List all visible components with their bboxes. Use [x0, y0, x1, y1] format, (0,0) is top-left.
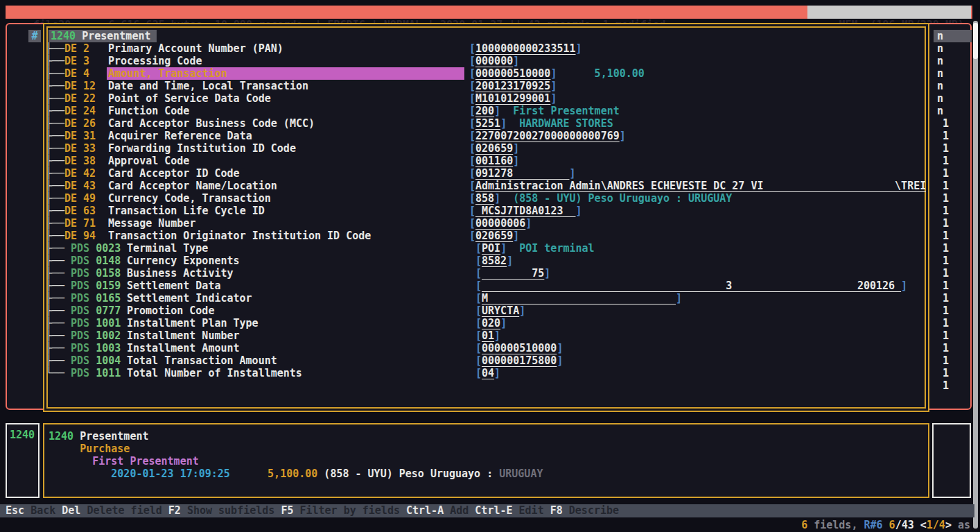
- field-row-pds-0023[interactable]: ├──PDS 0023Terminal Type[POI] POI termin…: [0, 242, 980, 255]
- field-row-de-12[interactable]: ├──DE 12Date and Time, Local Transaction…: [0, 80, 980, 92]
- field-value[interactable]: 091278: [475, 167, 569, 180]
- field-row-de-71[interactable]: ├──DE 71Message Number[00000006]: [0, 217, 980, 230]
- field-row-pds-0148[interactable]: ├──PDS 0148Currency Exponents[8582]: [0, 255, 980, 267]
- field-row-de-31[interactable]: ├──DE 31Acquirer Reference Data[22700720…: [0, 130, 980, 142]
- field-value-wrap[interactable]: [URYCTA]: [475, 304, 926, 317]
- field-row-de-22[interactable]: ├──DE 22Point of Service Data Code[M1010…: [0, 92, 980, 105]
- status-item-f5[interactable]: F5 Filter by fields: [281, 504, 406, 517]
- field-value-wrap[interactable]: [091278 ]: [469, 167, 926, 180]
- field-value-wrap[interactable]: [020]: [475, 317, 926, 329]
- status-item-ctrl-e[interactable]: Ctrl-E Edit: [475, 504, 550, 517]
- field-value[interactable]: 000000510000: [482, 342, 557, 354]
- field-value[interactable]: 000000510000: [475, 67, 550, 80]
- status-item-del[interactable]: Del Delete field: [62, 504, 168, 517]
- field-value[interactable]: 8582: [482, 255, 507, 267]
- field-tag: DE 4: [64, 67, 89, 80]
- field-row-pds-0777[interactable]: ├──PDS 0777Promotion Code[URYCTA]: [0, 304, 980, 317]
- field-row-de-38[interactable]: ├──DE 38Approval Code[001160]: [0, 155, 980, 167]
- field-value[interactable]: 00000006: [475, 217, 525, 230]
- field-row-pds-1003[interactable]: ├──PDS 1003Installment Amount[0000005100…: [0, 342, 980, 354]
- field-value[interactable]: 01: [482, 329, 494, 342]
- field-row-pds-1002[interactable]: ├──PDS 1002Installment Number[01]: [0, 329, 980, 342]
- field-value[interactable]: MCSJ7TD8A0123: [475, 205, 576, 217]
- field-value[interactable]: URYCTA: [482, 304, 519, 317]
- field-value-wrap[interactable]: [POI] POI terminal: [475, 242, 926, 255]
- field-value[interactable]: 75: [482, 267, 544, 280]
- field-value-wrap[interactable]: [001160]: [469, 155, 926, 167]
- field-value-wrap[interactable]: [000000]: [469, 55, 926, 67]
- field-value-wrap[interactable]: [ 75]: [475, 267, 926, 280]
- field-value-wrap[interactable]: [5251] HARDWARE STORES: [469, 117, 926, 130]
- field-value[interactable]: 020: [482, 317, 500, 329]
- field-value[interactable]: 5251: [475, 117, 500, 130]
- field-value[interactable]: 200: [475, 105, 494, 117]
- field-value[interactable]: M: [482, 292, 676, 304]
- scrollbar-thumb[interactable]: [973, 23, 978, 59]
- field-value[interactable]: 020659: [475, 230, 513, 242]
- field-row-pds-1011[interactable]: └──PDS 1011Total Number of Installments[…: [0, 367, 980, 379]
- field-value-wrap[interactable]: [M10101299001]: [469, 92, 926, 105]
- field-annotation: (858 - UYU) Peso Uruguayo : URUGUAY: [500, 192, 732, 205]
- status-item-f2[interactable]: F2 Show subfields: [168, 504, 281, 517]
- status-item-ctrl-a[interactable]: Ctrl-A Add: [406, 504, 475, 517]
- field-value-wrap[interactable]: [01]: [475, 329, 926, 342]
- field-row-de-94[interactable]: ├──DE 94Transaction Originator Instituti…: [0, 230, 980, 242]
- field-value-wrap[interactable]: [1000000000233511]: [469, 42, 926, 55]
- field-value[interactable]: 858: [475, 192, 494, 205]
- detail-segment: URUGUAY: [499, 467, 543, 480]
- field-value-wrap[interactable]: [000000175800]: [475, 354, 926, 367]
- field-row-pds-1001[interactable]: ├──PDS 1001Installment Plan Type[020]: [0, 317, 980, 329]
- field-value[interactable]: 1000000000233511: [475, 42, 576, 55]
- footer-segment: 1/4: [927, 519, 945, 531]
- field-row-de-4[interactable]: ├──DE 4Amount, Transaction[000000510000]…: [0, 67, 980, 80]
- field-row-de-63[interactable]: ├──DE 63Transaction Life Cycle ID[ MCSJ7…: [0, 205, 980, 217]
- field-row-de-26[interactable]: ├──DE 26Card Acceptor Business Code (MCC…: [0, 117, 980, 130]
- field-value-wrap[interactable]: [000000510000] 5,100.00: [469, 67, 926, 80]
- field-value[interactable]: 22700720027000000000769: [475, 130, 620, 142]
- field-value-wrap[interactable]: [ MCSJ7TD8A0123 ]: [469, 205, 926, 217]
- field-value[interactable]: 000000: [475, 55, 513, 67]
- status-item-f8[interactable]: F8 Describe: [550, 504, 625, 517]
- field-value-wrap[interactable]: [Administracion Admin\ANDRES ECHEVESTE D…: [469, 180, 926, 192]
- field-value[interactable]: 3 200126: [482, 280, 901, 292]
- dialog-title-row[interactable]: #1240 Presentment: [0, 30, 980, 42]
- detail-segment: (858 - UYU) Peso Uruguayo :: [317, 467, 499, 480]
- field-label: Total Number of Installments: [127, 367, 302, 379]
- field-row-de-3[interactable]: ├──DE 3Processing Code[000000]: [0, 55, 980, 67]
- field-value[interactable]: 001160: [475, 155, 513, 167]
- field-value-wrap[interactable]: [020659]: [469, 142, 926, 155]
- field-value-wrap[interactable]: [ 3 200126 ]: [475, 280, 926, 292]
- field-value-wrap[interactable]: [858] (858 - UYU) Peso Uruguayo : URUGUA…: [469, 192, 926, 205]
- field-value[interactable]: POI: [482, 242, 500, 255]
- field-value-wrap[interactable]: [M ]: [475, 292, 926, 304]
- field-row-pds-1004[interactable]: ├──PDS 1004Total Transaction Amount[0000…: [0, 354, 980, 367]
- field-value[interactable]: 04: [482, 367, 494, 379]
- field-row-de-42[interactable]: ├──DE 42Card Acceptor ID Code[091278 ]: [0, 167, 980, 180]
- field-row-de-43[interactable]: ├──DE 43Card Acceptor Name/Location[Admi…: [0, 180, 980, 192]
- field-row-de-24[interactable]: ├──DE 24Function Code[200] First Present…: [0, 105, 980, 117]
- field-value-wrap[interactable]: [200123170925]: [469, 80, 926, 92]
- tree-branch-icon: ├──: [46, 205, 64, 217]
- field-label: Amount, Transaction: [108, 67, 227, 80]
- detail-line: 1240 Presentment: [49, 430, 543, 443]
- field-row-pds-0159[interactable]: ├──PDS 0159Settlement Data[ 3 200126 ]: [0, 280, 980, 292]
- field-value-wrap[interactable]: [8582]: [475, 255, 926, 267]
- field-value[interactable]: 000000175800: [482, 354, 557, 367]
- field-value-wrap[interactable]: [00000006]: [469, 217, 926, 230]
- field-value[interactable]: 200123170925: [475, 80, 550, 92]
- field-row-pds-0158[interactable]: ├──PDS 0158Business Activity[ 75]: [0, 267, 980, 280]
- field-value-wrap[interactable]: [04]: [475, 367, 926, 379]
- scrollbar[interactable]: [973, 21, 978, 529]
- field-row-de-33[interactable]: ├──DE 33Forwarding Institution ID Code[0…: [0, 142, 980, 155]
- field-value[interactable]: M10101299001: [475, 92, 550, 105]
- field-value-wrap[interactable]: [22700720027000000000769]: [469, 130, 926, 142]
- field-value[interactable]: 020659: [475, 142, 513, 155]
- field-value-wrap[interactable]: [000000510000]: [475, 342, 926, 354]
- field-value-wrap[interactable]: [200] First Presentment: [469, 105, 926, 117]
- status-item-esc[interactable]: Esc Back: [6, 504, 62, 517]
- field-row-de-2[interactable]: ├──DE 2Primary Account Number (PAN)[1000…: [0, 42, 980, 55]
- field-row-pds-0165[interactable]: ├──PDS 0165Settlement Indicator[M ]: [0, 292, 980, 304]
- field-value-wrap[interactable]: [020659]: [469, 230, 926, 242]
- field-value[interactable]: Administracion Admin\ANDRES ECHEVESTE DC…: [475, 180, 926, 192]
- field-row-de-49[interactable]: ├──DE 49Currency Code, Transaction[858] …: [0, 192, 980, 205]
